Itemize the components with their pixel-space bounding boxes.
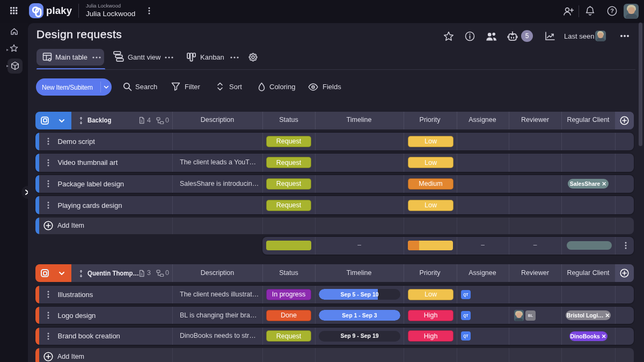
svg-text:?: ? xyxy=(610,8,614,14)
